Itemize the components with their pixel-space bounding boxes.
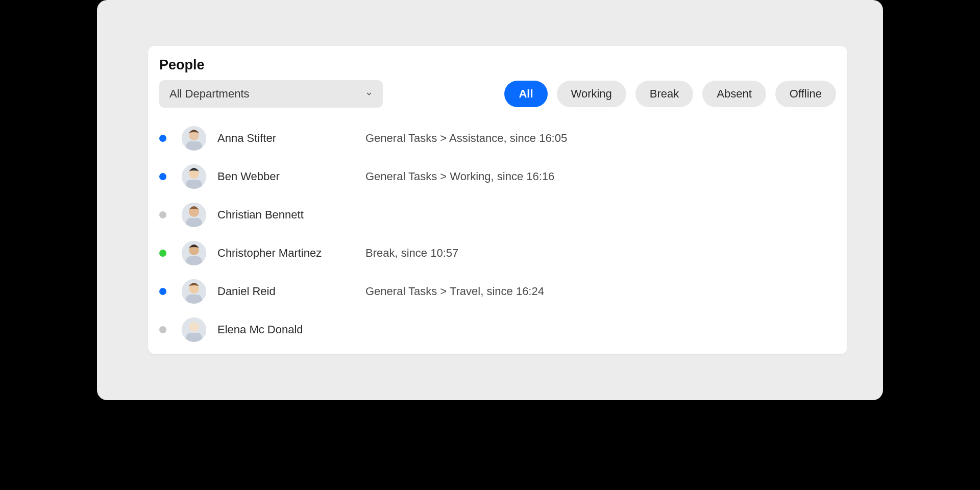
status-dot — [159, 250, 166, 257]
filter-label: Offline — [790, 87, 822, 101]
status-dot — [159, 211, 166, 218]
svg-rect-7 — [186, 180, 202, 189]
person-row[interactable]: Christopher MartinezBreak, since 10:57 — [159, 234, 842, 272]
avatar — [182, 126, 206, 151]
person-status: General Tasks > Travel, since 16:24 — [365, 285, 842, 298]
filter-label: All — [519, 87, 533, 101]
filter-offline[interactable]: Offline — [775, 81, 836, 107]
avatar — [182, 279, 206, 304]
svg-rect-3 — [186, 141, 202, 151]
department-select[interactable]: All Departments — [159, 80, 383, 108]
person-row[interactable]: Elena Mc Donald — [159, 310, 842, 349]
controls-row: All Departments AllWorkingBreakAbsentOff… — [148, 80, 847, 117]
svg-rect-11 — [186, 218, 202, 227]
filter-absent[interactable]: Absent — [702, 81, 766, 107]
filter-working[interactable]: Working — [557, 81, 626, 107]
filter-break[interactable]: Break — [635, 81, 693, 107]
filter-all[interactable]: All — [504, 81, 547, 107]
svg-rect-15 — [186, 256, 202, 265]
person-row[interactable]: Anna StifterGeneral Tasks > Assistance, … — [159, 119, 842, 157]
person-row[interactable]: Daniel ReidGeneral Tasks > Travel, since… — [159, 272, 842, 310]
department-select-label: All Departments — [169, 87, 250, 101]
status-dot — [159, 173, 166, 180]
person-status: Break, since 10:57 — [365, 247, 842, 260]
people-list[interactable]: Anna StifterGeneral Tasks > Assistance, … — [148, 117, 847, 354]
filter-label: Working — [571, 87, 612, 101]
people-card: People All Departments AllWorkingBreakAb… — [148, 46, 847, 354]
avatar — [182, 317, 206, 342]
person-name: Elena Mc Donald — [217, 323, 365, 336]
filter-label: Break — [650, 87, 679, 101]
avatar — [182, 241, 206, 265]
status-dot — [159, 135, 166, 142]
person-row[interactable]: Ben WebberGeneral Tasks > Working, since… — [159, 157, 842, 195]
filter-group: AllWorkingBreakAbsentOffline — [504, 81, 836, 107]
person-row[interactable]: Christian Bennett — [159, 195, 842, 234]
person-status: General Tasks > Assistance, since 16:05 — [365, 132, 842, 145]
avatar — [182, 164, 206, 189]
person-name: Anna Stifter — [217, 132, 365, 145]
filter-label: Absent — [717, 87, 752, 101]
svg-rect-23 — [186, 333, 202, 342]
card-title: People — [148, 57, 847, 80]
person-name: Ben Webber — [217, 170, 365, 183]
status-dot — [159, 326, 166, 333]
avatar — [182, 203, 206, 227]
chevron-down-icon — [365, 90, 373, 97]
person-name: Christopher Martinez — [217, 247, 365, 260]
person-name: Daniel Reid — [217, 285, 365, 298]
person-name: Christian Bennett — [217, 208, 365, 222]
svg-rect-19 — [186, 295, 202, 304]
person-status: General Tasks > Working, since 16:16 — [365, 170, 842, 183]
status-dot — [159, 288, 166, 295]
